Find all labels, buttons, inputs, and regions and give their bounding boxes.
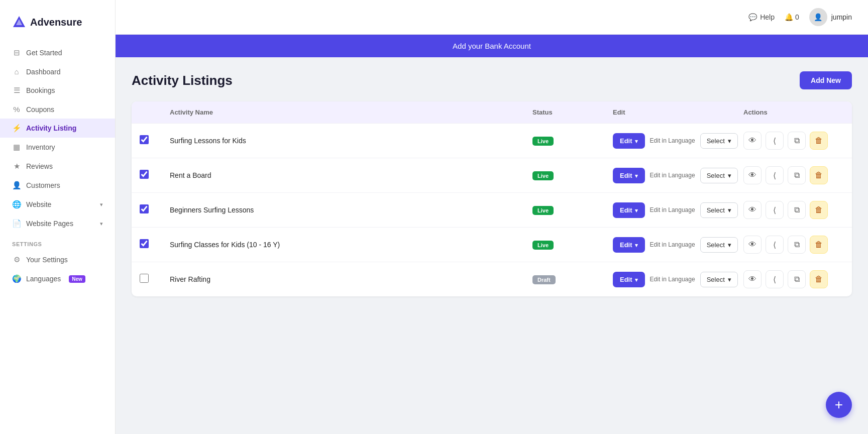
activity-table: Activity Name Status Edit Actions Surfin…	[132, 101, 852, 296]
edit-cell-1: Edit Edit in Language Select ▾	[613, 168, 743, 183]
copy-button-0[interactable]: ⧉	[788, 132, 806, 150]
view-button-1[interactable]: 👁	[743, 166, 762, 184]
activity-name-0: Surfing Lessons for Kids	[170, 137, 532, 145]
table-row: Rent a Board Live Edit Edit in Language …	[132, 158, 852, 192]
settings-icon-your-settings: ⚙	[12, 255, 21, 264]
delete-button-4[interactable]: 🗑	[810, 270, 828, 288]
notifications-button[interactable]: 🔔 0	[785, 13, 799, 21]
view-button-3[interactable]: 👁	[743, 236, 762, 254]
row-checkbox-4[interactable]	[140, 274, 149, 283]
username: jumpin	[831, 13, 852, 21]
logo: Advensure	[0, 10, 115, 43]
sidebar-item-your-settings[interactable]: ⚙ Your Settings	[0, 250, 115, 269]
edit-button-3[interactable]: Edit	[613, 237, 645, 253]
fab-add-button[interactable]: +	[826, 392, 852, 418]
edit-button-2[interactable]: Edit	[613, 202, 645, 218]
nav-label-website: Website	[26, 200, 51, 208]
row-checkbox-1[interactable]	[140, 170, 149, 179]
edit-button-1[interactable]: Edit	[613, 168, 645, 183]
settings-icon-languages: 🌍	[12, 274, 21, 283]
sidebar-item-bookings[interactable]: ☰ Bookings	[0, 81, 115, 100]
status-badge-0: Live	[532, 137, 554, 146]
user-menu[interactable]: 👤 jumpin	[809, 8, 852, 26]
language-select-3[interactable]: Select ▾	[700, 237, 738, 253]
sidebar-item-get-started[interactable]: ⊟ Get Started	[0, 43, 115, 62]
share-button-2[interactable]: ⟨	[766, 201, 784, 219]
row-checkbox-cell-1	[140, 170, 170, 181]
status-badge-4: Draft	[532, 275, 556, 284]
copy-button-2[interactable]: ⧉	[788, 201, 806, 219]
edit-button-4[interactable]: Edit	[613, 272, 645, 287]
sidebar-item-languages[interactable]: 🌍 Languages New	[0, 269, 115, 288]
edit-chevron-0	[635, 137, 638, 145]
delete-button-3[interactable]: 🗑	[810, 236, 828, 254]
nav-icon-coupons: %	[12, 105, 21, 114]
sidebar-item-inventory[interactable]: ▦ Inventory	[0, 138, 115, 157]
language-select-2[interactable]: Select ▾	[700, 202, 738, 218]
copy-button-3[interactable]: ⧉	[788, 236, 806, 254]
nav-label-customers: Customers	[26, 181, 60, 189]
select-chevron-3: ▾	[728, 241, 731, 249]
col-status: Status	[532, 108, 613, 116]
share-button-0[interactable]: ⟨	[766, 132, 784, 150]
edit-cell-3: Edit Edit in Language Select ▾	[613, 237, 743, 253]
status-badge-2: Live	[532, 206, 554, 215]
sidebar-item-activity-listing[interactable]: ⚡ Activity Listing	[0, 119, 115, 138]
delete-button-0[interactable]: 🗑	[810, 132, 828, 150]
sidebar-item-coupons[interactable]: % Coupons	[0, 100, 115, 119]
language-select-0[interactable]: Select ▾	[700, 133, 738, 149]
delete-button-1[interactable]: 🗑	[810, 166, 828, 184]
sidebar-item-customers[interactable]: 👤 Customers	[0, 176, 115, 195]
share-button-4[interactable]: ⟨	[766, 270, 784, 288]
sidebar-item-website[interactable]: 🌐 Website ▾	[0, 195, 115, 214]
view-button-4[interactable]: 👁	[743, 270, 762, 288]
row-checkbox-cell-3	[140, 239, 170, 250]
nav-icon-website-pages: 📄	[12, 219, 21, 228]
edit-lang-label-4: Edit in Language	[650, 276, 695, 283]
nav-label-bookings: Bookings	[26, 86, 55, 94]
share-button-1[interactable]: ⟨	[766, 166, 784, 184]
copy-button-1[interactable]: ⧉	[788, 166, 806, 184]
status-cell-4: Draft	[532, 275, 613, 284]
bank-account-banner[interactable]: Add your Bank Account	[116, 35, 868, 57]
nav-label-get-started: Get Started	[26, 49, 62, 57]
nav-label-coupons: Coupons	[26, 105, 54, 114]
select-chevron-4: ▾	[728, 276, 731, 283]
row-checkbox-3[interactable]	[140, 239, 149, 248]
view-button-2[interactable]: 👁	[743, 201, 762, 219]
edit-button-0[interactable]: Edit	[613, 133, 645, 149]
sidebar: Advensure ⊟ Get Started ⌂ Dashboard ☰ Bo…	[0, 0, 116, 434]
view-button-0[interactable]: 👁	[743, 132, 762, 150]
nav-icon-dashboard: ⌂	[12, 67, 21, 76]
nav-icon-inventory: ▦	[12, 143, 21, 152]
actions-cell-3: 👁 ⟨ ⧉ 🗑	[743, 236, 844, 254]
bell-icon: 🔔	[785, 13, 793, 21]
nav-icon-activity-listing: ⚡	[12, 124, 21, 133]
new-badge-languages: New	[69, 275, 85, 283]
col-activity-name: Activity Name	[170, 108, 532, 116]
language-select-4[interactable]: Select ▾	[700, 272, 738, 287]
sidebar-item-reviews[interactable]: ★ Reviews	[0, 157, 115, 176]
status-cell-3: Live	[532, 240, 613, 250]
language-select-1[interactable]: Select ▾	[700, 168, 738, 183]
nav-icon-get-started: ⊟	[12, 48, 21, 57]
sidebar-item-dashboard[interactable]: ⌂ Dashboard	[0, 62, 115, 81]
col-checkbox	[140, 108, 170, 116]
delete-button-2[interactable]: 🗑	[810, 201, 828, 219]
share-button-3[interactable]: ⟨	[766, 236, 784, 254]
header: 💬 Help 🔔 0 👤 jumpin	[116, 0, 868, 35]
help-button[interactable]: 💬 Help	[748, 13, 775, 21]
edit-lang-label-2: Edit in Language	[650, 206, 695, 213]
status-cell-2: Live	[532, 205, 613, 215]
row-checkbox-2[interactable]	[140, 204, 149, 213]
add-new-button[interactable]: Add New	[800, 71, 852, 89]
sidebar-item-website-pages[interactable]: 📄 Website Pages ▾	[0, 214, 115, 233]
main-content: 💬 Help 🔔 0 👤 jumpin Add your Bank Accoun…	[116, 0, 868, 434]
nav-label-activity-listing: Activity Listing	[26, 124, 76, 132]
row-checkbox-0[interactable]	[140, 135, 149, 144]
copy-button-4[interactable]: ⧉	[788, 270, 806, 288]
notification-count: 0	[795, 13, 799, 21]
sidebar-nav: ⊟ Get Started ⌂ Dashboard ☰ Bookings % C…	[0, 43, 115, 233]
col-edit: Edit	[613, 108, 743, 116]
col-actions: Actions	[743, 108, 844, 116]
